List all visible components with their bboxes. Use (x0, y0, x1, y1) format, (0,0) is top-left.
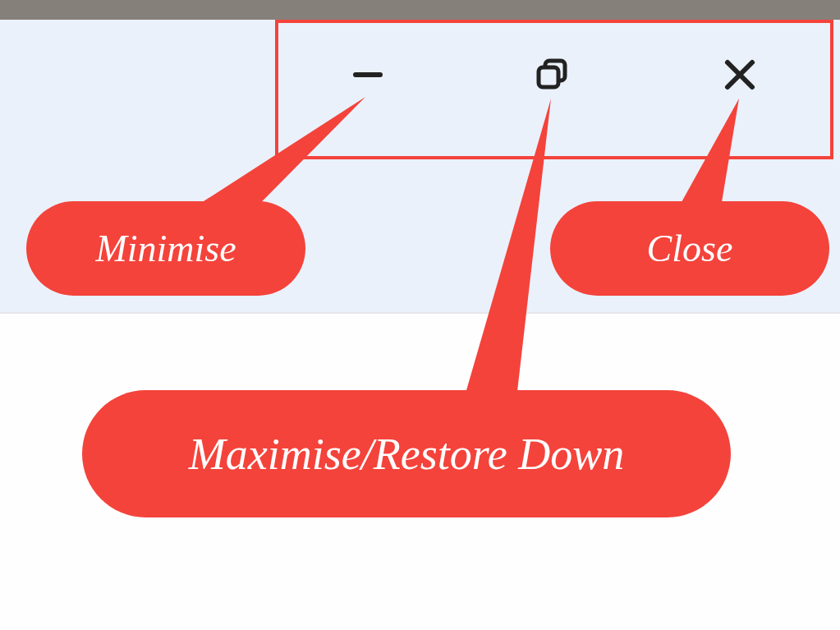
callout-maximise: Maximise/Restore Down (82, 390, 731, 517)
svg-marker-7 (456, 99, 551, 427)
callout-maximise-label: Maximise/Restore Down (189, 429, 624, 480)
diagram-canvas: Minimise Close Maximise/Restore Down (0, 0, 840, 630)
callout-tail-maximise (0, 0, 840, 630)
